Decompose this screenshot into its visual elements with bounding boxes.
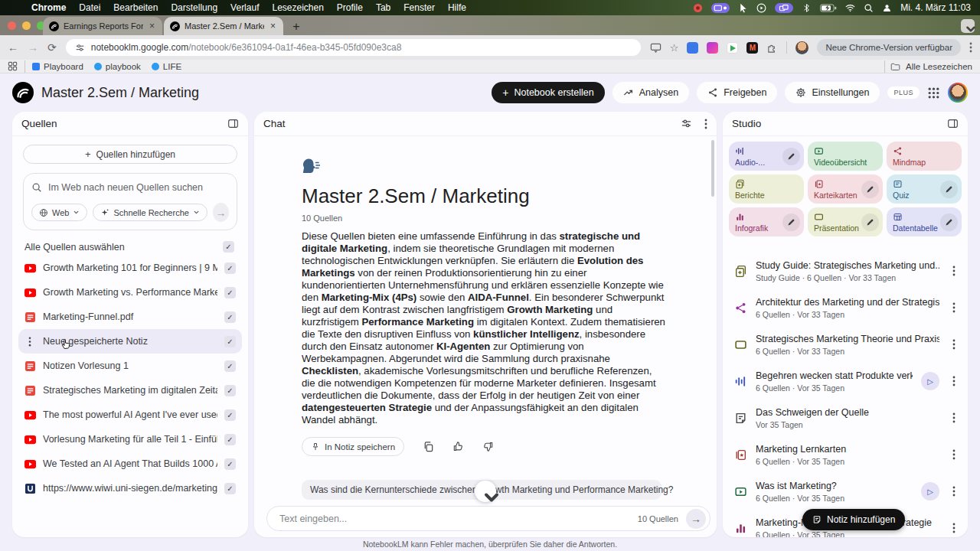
share-button[interactable]: Freigeben — [697, 82, 777, 103]
minimize-window-button[interactable] — [22, 21, 31, 30]
close-window-button[interactable] — [8, 21, 16, 30]
studio-item-1[interactable]: Study Guide: Strategisches Marketing und… — [723, 253, 968, 289]
edit-pencil-button[interactable] — [861, 214, 879, 231]
studio-item-3[interactable]: Strategisches Marketing Theorie und Prax… — [723, 326, 968, 363]
extension-m-icon[interactable]: M — [746, 42, 758, 54]
studio-item-7[interactable]: Was ist Marketing?6 Quellen · Vor 35 Tag… — [723, 473, 968, 510]
notebook-title[interactable]: Master 2.Sem / Marketing — [41, 85, 199, 101]
all-bookmarks[interactable]: Alle Lesezeichen — [884, 60, 972, 73]
menubar-clock[interactable]: Mi. 4. März 11:03 — [900, 2, 971, 13]
menubar-item-lesezeichen[interactable]: Lesezeichen — [272, 2, 323, 13]
edit-pencil-button[interactable] — [940, 181, 958, 198]
source-row-6[interactable]: Strategisches Marketing im digitalen Zei… — [18, 378, 242, 403]
reload-button[interactable]: ⟳ — [47, 41, 57, 54]
chat-input[interactable] — [279, 514, 638, 524]
item-menu-kebab-icon[interactable] — [952, 376, 956, 386]
item-menu-kebab-icon[interactable] — [952, 339, 956, 350]
tab-close-icon[interactable]: × — [269, 21, 277, 31]
menubar-item-verlauf[interactable]: Verlauf — [230, 2, 259, 13]
source-row-5[interactable]: Notizen Vorlesung 1✓ — [18, 354, 242, 378]
edit-pencil-button[interactable] — [861, 181, 879, 198]
research-mode-chip[interactable]: Schnelle Recherche — [93, 204, 207, 221]
chat-scrollbar[interactable] — [711, 140, 714, 197]
item-menu-kebab-icon[interactable] — [952, 302, 956, 313]
chat-menu-kebab-icon[interactable] — [704, 119, 707, 129]
menubar-item-tab[interactable]: Tab — [376, 2, 390, 13]
google-apps-grid-icon[interactable] — [927, 86, 940, 99]
menubar-item-hilfe[interactable]: Hilfe — [448, 2, 466, 13]
copy-icon[interactable] — [423, 441, 434, 452]
menubar-item-datei[interactable]: Datei — [79, 2, 100, 13]
edit-pencil-button[interactable] — [940, 214, 958, 231]
thumbs-down-icon[interactable] — [482, 441, 494, 452]
item-menu-kebab-icon[interactable] — [952, 266, 956, 276]
chat-settings-icon[interactable] — [681, 118, 692, 129]
source-row-10[interactable]: https://www.wiwi.uni-siegen.de/marketing… — [18, 476, 242, 500]
save-to-note-button[interactable]: In Notiz speichern — [302, 437, 404, 456]
back-button[interactable]: ← — [8, 41, 18, 54]
bluetooth-icon[interactable] — [802, 3, 812, 13]
browser-profile-avatar[interactable] — [795, 41, 808, 54]
item-menu-kebab-icon[interactable] — [952, 412, 956, 423]
collapse-panel-icon[interactable] — [947, 118, 959, 129]
menubar-item-fenster[interactable]: Fenster — [403, 2, 435, 13]
wifi-icon[interactable] — [845, 3, 855, 13]
screen-share-icon[interactable] — [711, 3, 730, 13]
menubar-item-chrome[interactable]: Chrome — [31, 2, 66, 13]
browser-menu-kebab-icon[interactable] — [969, 42, 972, 53]
select-all-checkbox[interactable]: ✓ — [223, 241, 234, 253]
source-checkbox[interactable]: ✓ — [224, 385, 236, 396]
source-checkbox[interactable]: ✓ — [224, 483, 236, 494]
record-icon[interactable] — [693, 3, 703, 13]
studio-tile-mindmap[interactable]: Mindmap — [887, 142, 962, 171]
tab-search-button[interactable] — [961, 19, 975, 33]
play-button[interactable]: ▷ — [921, 482, 939, 500]
extension-blue-icon[interactable] — [687, 42, 698, 54]
studio-tile-quiz[interactable]: Quiz — [887, 174, 962, 204]
studio-item-6[interactable]: Marketing Lernkarten6 Quellen · Vor 35 T… — [723, 436, 968, 473]
browser-tab-2[interactable]: Master 2.Sem / Marketing - N× — [164, 17, 283, 35]
notebooklm-logo-icon[interactable] — [12, 82, 34, 103]
source-checkbox[interactable]: ✓ — [224, 336, 236, 347]
studio-tile-prsentation[interactable]: Präsentation — [808, 207, 883, 236]
source-checkbox[interactable]: ✓ — [224, 458, 236, 470]
studio-tile-videobersicht[interactable]: Videoübersicht — [808, 142, 883, 171]
source-row-1[interactable]: Growth Marketing 101 for Beginners | 9 M… — [18, 256, 242, 280]
item-menu-kebab-icon[interactable] — [952, 523, 956, 533]
menubar-item-bearbeiten[interactable]: Bearbeiten — [113, 2, 158, 13]
menubar-item-darstellung[interactable]: Darstellung — [171, 2, 217, 13]
edit-pencil-button[interactable] — [782, 214, 800, 231]
new-tab-button[interactable]: + — [288, 18, 305, 35]
studio-tile-infografik[interactable]: Infografik — [729, 207, 804, 236]
forward-button[interactable]: → — [28, 41, 38, 54]
web-search-input[interactable] — [48, 182, 229, 193]
extensions-puzzle-icon[interactable] — [766, 42, 778, 54]
source-row-4[interactable]: Neue gespeicherte Notiz✓ — [18, 329, 242, 354]
studio-item-2[interactable]: Architektur des Marketing und der Strate… — [723, 289, 968, 326]
source-checkbox[interactable]: ✓ — [224, 360, 236, 372]
source-row-9[interactable]: We Tested an AI Agent That Builds 1000 A… — [18, 452, 242, 476]
search-icon[interactable] — [864, 3, 874, 13]
play-circle-icon[interactable] — [756, 3, 766, 13]
site-settings-icon[interactable] — [75, 43, 85, 53]
bookmark-playboard[interactable]: Playboard — [32, 62, 83, 71]
analytics-button[interactable]: Analysen — [612, 82, 689, 103]
tab-close-icon[interactable]: × — [148, 21, 156, 31]
studio-item-5[interactable]: Das Schweigen der QuelleVor 35 Tagen — [723, 399, 968, 436]
account-avatar[interactable] — [948, 83, 968, 103]
item-menu-kebab-icon[interactable] — [952, 486, 956, 497]
edit-pencil-button[interactable] — [782, 148, 800, 165]
bookmark-star-icon[interactable]: ☆ — [670, 42, 679, 54]
add-sources-button[interactable]: + Quellen hinzufügen — [23, 145, 237, 164]
studio-tile-datentabelle[interactable]: Datentabelle — [887, 207, 962, 236]
source-checkbox[interactable]: ✓ — [224, 287, 236, 298]
thumbs-up-icon[interactable] — [452, 441, 464, 452]
play-button[interactable]: ▷ — [921, 372, 939, 390]
source-row-3[interactable]: Marketing-Funnel.pdf✓ — [18, 305, 242, 329]
create-notebook-button[interactable]: + Notebook erstellen — [492, 82, 604, 103]
source-checkbox[interactable]: ✓ — [224, 434, 236, 445]
extension-hourglass-icon[interactable] — [707, 42, 718, 54]
battery-charging-icon[interactable] — [820, 3, 837, 13]
search-submit-button[interactable]: → — [213, 203, 229, 222]
apple-icon[interactable] — [9, 2, 18, 13]
